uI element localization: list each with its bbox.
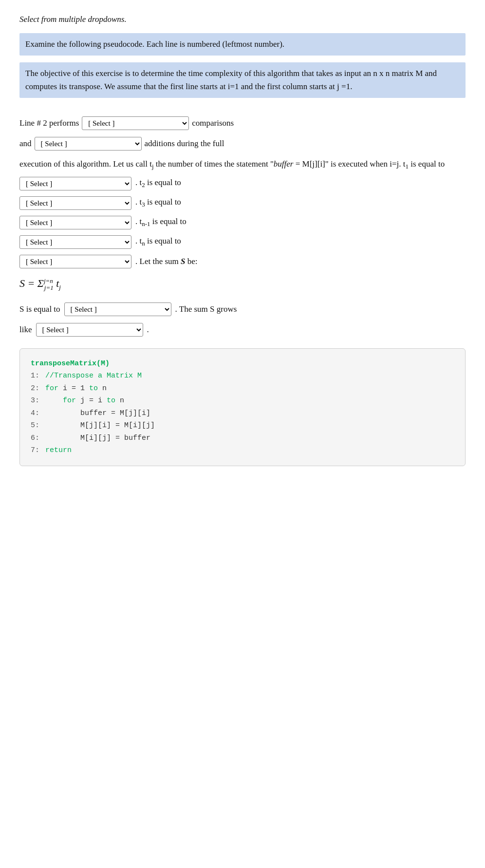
sum-grows-label: . The sum S grows [175, 304, 237, 314]
s-equal-select[interactable]: [ Select ]n(n+1)/2n(n-1)/2n^2n [64, 302, 171, 316]
code-line-5: 5: M[j][i] = M[i][j] [31, 419, 454, 432]
tn1-label: . tn-1 is equal to [135, 217, 187, 228]
t3-select[interactable]: [ Select ]012nn-1n-i+1n-j+1 [19, 216, 131, 229]
code-line-4: 4: buffer = M[j][i] [31, 407, 454, 420]
code-line-7: 7: return [31, 444, 454, 457]
code-func-header: transposeMatrix(M) [31, 358, 454, 370]
and-label: and [19, 137, 32, 150]
execution-paragraph: execution of this algorithm. Let us call… [19, 157, 466, 172]
func-name: transposeMatrix(M) [31, 358, 110, 370]
code-line-6: 6: M[i][j] = buffer [31, 432, 454, 445]
grows-like-select[interactable]: [ Select ]O(1)O(log n)O(n)O(n^2)O(n log … [36, 323, 143, 337]
t1-row: [ Select ]012nn-1n-i+1n-j+1 . t2 is equa… [19, 177, 466, 190]
highlight-box-2: The objective of this exercise is to det… [19, 62, 466, 98]
tn-select[interactable]: [ Select ]012nn-1n-i+1n-j+1 [19, 255, 131, 268]
like-label: like [19, 325, 32, 335]
tn-row: [ Select ]012nn-1n-i+1n-j+1 . Let the su… [19, 255, 466, 268]
additions-row: and [ Select ]01nn-1n(n-1)/2n^2 addition… [19, 137, 466, 151]
tn1-row: [ Select ]012nn-1n-i+1n-j+1 . tn is equa… [19, 235, 466, 249]
t1-select[interactable]: [ Select ]012nn-1n-i+1n-j+1 [19, 177, 131, 190]
period: . [147, 325, 149, 335]
t2-label: . t2 is equal to [135, 178, 181, 189]
tn-label: . tn is equal to [135, 236, 181, 247]
additions-select[interactable]: [ Select ]01nn-1n(n-1)/2n^2 [35, 137, 142, 151]
line2-label: Line # 2 performs [19, 116, 79, 130]
math-formula: S = Σj=nj=1 tj [19, 277, 466, 292]
t2-select[interactable]: [ Select ]012nn-1n-i+1n-j+1 [19, 196, 131, 210]
highlight-box-1: Examine the following pseudocode. Each l… [19, 33, 466, 56]
s-equal-row: S is equal to [ Select ]n(n+1)/2n(n-1)/2… [19, 302, 466, 316]
t3-label: . t3 is equal to [135, 197, 181, 208]
t3-row: [ Select ]012nn-1n-i+1n-j+1 . tn-1 is eq… [19, 216, 466, 229]
line2-comparisons-row: Line # 2 performs [ Select ]01nn-1n(n-1)… [19, 116, 466, 130]
let-sum-label: . Let the sum S be: [135, 257, 198, 266]
code-block: transposeMatrix(M) 1: //Transpose a Matr… [19, 348, 466, 466]
code-line-1: 1: //Transpose a Matrix M [31, 370, 454, 382]
tn1-select[interactable]: [ Select ]012nn-1n-i+1n-j+1 [19, 235, 131, 249]
like-row: like [ Select ]O(1)O(log n)O(n)O(n^2)O(n… [19, 323, 466, 337]
s-equal-label: S is equal to [19, 304, 60, 314]
additions-label: additions during the full [145, 137, 224, 150]
code-line-3: 3: for j = i to n [31, 395, 454, 407]
code-line-2: 2: for i = 1 to n [31, 382, 454, 395]
comparisons-select[interactable]: [ Select ]01nn-1n(n-1)/2n^2 [82, 116, 189, 130]
intro-italic: Select from multiple dropdowns. [19, 15, 466, 24]
comparisons-label: comparisons [192, 116, 234, 130]
t2-row: [ Select ]012nn-1n-i+1n-j+1 . t3 is equa… [19, 196, 466, 210]
